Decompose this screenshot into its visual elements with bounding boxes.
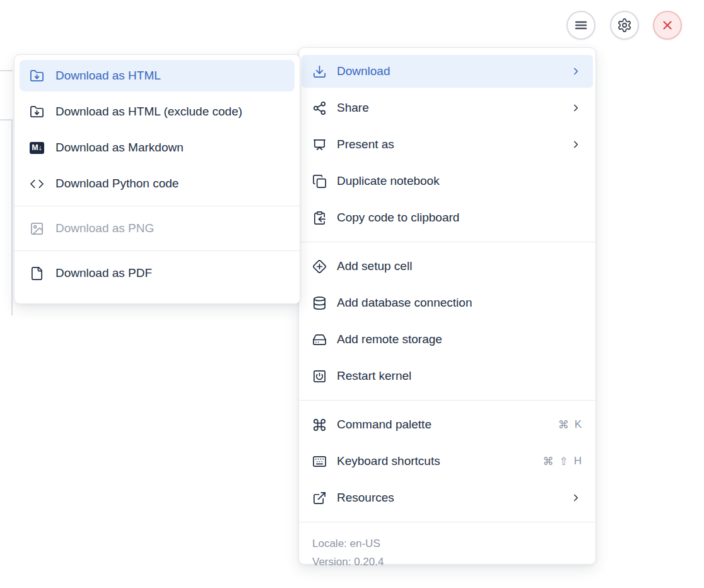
database-icon [312,296,327,310]
power-square-icon [312,369,327,384]
shift-key: ⇧ [559,455,568,468]
locale-text: Locale: en-US [312,536,582,552]
external-link-icon [312,491,327,505]
menu-item-resources[interactable]: Resources [302,481,593,514]
menu-item-label: Download as PNG [56,221,285,235]
menu-item-label: Add database connection [337,296,582,310]
menu-item-label: Duplicate notebook [337,174,582,188]
share-icon [312,101,327,115]
menu-item-label: Share [337,101,570,115]
menu-item-label: Download as Markdown [56,141,285,155]
menu-separator [15,206,300,206]
menu-item-label: Add remote storage [337,332,582,346]
hamburger-icon [573,18,589,33]
menu-item-label: Restart kernel [337,369,582,383]
menu-item-label: Keyboard shortcuts [337,454,543,468]
notebook-actions-menu: Download Share Present as [298,47,596,565]
presentation-icon [312,138,327,152]
menu-item-command-palette[interactable]: Command palette ⌘ K [302,408,593,441]
menu-item-add-remote-storage[interactable]: Add remote storage [302,323,593,356]
download-icon [312,64,327,79]
menu-item-duplicate-notebook[interactable]: Duplicate notebook [302,165,593,197]
shortcut-hint: ⌘ ⇧ H [543,455,582,468]
menu-item-add-database-connection[interactable]: Add database connection [302,286,593,319]
markdown-badge: M↓ [30,142,44,154]
markdown-icon: M↓ [30,141,44,155]
menu-item-label: Copy code to clipboard [337,211,582,225]
cmd-key: ⌘ [558,418,569,432]
close-button[interactable] [653,11,682,40]
menu-separator [299,242,595,242]
chevron-right-icon [570,492,582,503]
chevron-right-icon [570,139,582,150]
clipboard-copy-icon [312,211,327,225]
menu-separator [15,250,300,251]
menu-separator [299,400,595,401]
hard-drive-icon [312,332,327,347]
submenu-item-download-python-code[interactable]: Download Python code [20,168,295,199]
version-text: Version: 0.20.4 [312,554,582,570]
key-h: H [574,455,582,467]
menu-item-present-as[interactable]: Present as [302,128,593,161]
download-submenu: Download as HTML Download as HTML (exclu… [14,54,300,304]
gear-icon [617,18,632,33]
settings-button[interactable] [610,11,639,40]
chevron-right-icon [570,66,582,77]
code-icon [30,177,44,191]
background-cell-border-left [11,119,13,315]
cmd-key: ⌘ [543,455,553,468]
menu-item-keyboard-shortcuts[interactable]: Keyboard shortcuts ⌘ ⇧ H [302,445,593,478]
app-window: { "toolbar": { "buttons": [ {"name": "no… [0,0,704,588]
folder-down-icon [30,69,44,83]
image-icon [30,221,44,236]
menu-item-label: Download as HTML (exclude code) [56,105,285,119]
menu-item-label: Download Python code [56,177,285,191]
chevron-right-icon [570,102,582,114]
menu-item-add-setup-cell[interactable]: Add setup cell [302,250,593,283]
menu-item-label: Resources [337,491,570,505]
menu-item-download[interactable]: Download [302,55,593,88]
notebook-menu-button[interactable] [566,11,595,40]
command-icon [312,418,327,432]
menu-item-label: Download as HTML [56,69,285,83]
menu-item-share[interactable]: Share [302,91,593,124]
menu-item-label: Download as PDF [56,266,285,280]
file-icon [30,266,44,281]
background-cell-border-top [0,70,13,71]
submenu-item-download-as-html-exclude-code[interactable]: Download as HTML (exclude code) [20,96,295,127]
menu-separator [299,522,595,522]
close-icon [660,18,675,33]
menu-item-label: Present as [337,138,570,151]
menu-item-copy-code[interactable]: Copy code to clipboard [302,201,593,234]
copy-icon [312,174,327,189]
submenu-item-download-as-png: Download as PNG [20,213,295,244]
diamond-plus-icon [312,259,327,274]
key-k: K [575,418,582,431]
submenu-item-download-as-html[interactable]: Download as HTML [20,60,295,91]
submenu-item-download-as-markdown[interactable]: M↓ Download as Markdown [20,132,295,163]
menu-item-restart-kernel[interactable]: Restart kernel [302,360,593,392]
menu-item-label: Add setup cell [337,259,582,273]
shortcut-hint: ⌘ K [558,418,582,432]
menu-footer: Locale: en-US Version: 0.20.4 [299,530,595,579]
menu-item-label: Download [337,64,570,78]
submenu-item-download-as-pdf[interactable]: Download as PDF [20,257,295,289]
folder-down-icon [30,105,44,119]
background-cell-border-bottom [0,119,13,121]
menu-item-label: Command palette [337,418,558,432]
keyboard-icon [312,454,327,469]
